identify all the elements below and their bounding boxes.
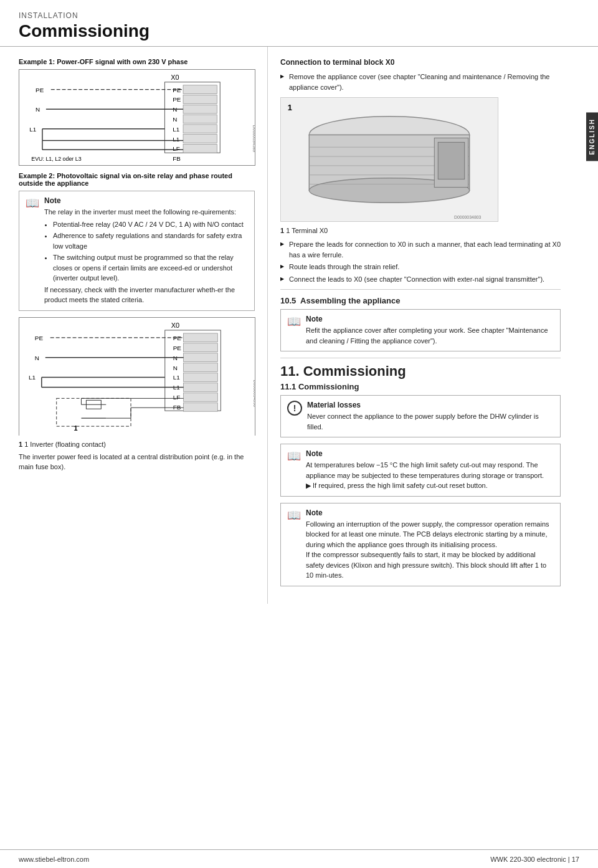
svg-rect-16 [183,144,217,153]
svg-rect-4 [183,85,217,94]
svg-rect-48 [184,403,218,411]
svg-rect-14 [183,135,217,143]
svg-text:X0: X0 [171,321,179,328]
note-content-1: Note The relay in the inverter must meet… [44,196,248,305]
page-header: INSTALLATION Commissioning [0,0,598,47]
installation-label: INSTALLATION [19,11,579,20]
note-temperature: 📖 Note At temperatures below −15 °C the … [280,444,561,497]
svg-text:LF: LF [173,394,181,401]
note-book-icon-temp: 📖 [287,449,301,463]
inverter-body: The inverter power feed is located at a … [19,452,255,472]
svg-text:L1: L1 [173,136,179,143]
svg-text:1: 1 [288,103,292,112]
svg-rect-46 [184,393,218,401]
svg-text:D0000034803: D0000034803 [454,215,482,219]
svg-rect-10 [183,115,217,123]
note-comp-title: Note [306,508,554,517]
svg-rect-40 [184,363,218,371]
svg-text:X0: X0 [171,74,179,81]
svg-text:N: N [173,116,177,123]
svg-rect-6 [183,95,217,103]
note-body-1: The relay in the inverter must meet the … [44,207,248,305]
prepare-bullets: Prepare the leads for connection to X0 i… [280,239,561,284]
terminal-caption: 1 1 Terminal X0 [280,227,561,234]
note-book-icon-assembling: 📖 [287,315,301,328]
inverter-number: 1 [19,441,22,448]
terminal-label: 1 Terminal X0 [286,227,328,234]
language-tab: ENGLISH [586,112,598,161]
svg-text:PE: PE [173,344,182,351]
page-footer: www.stiebel-eltron.com WWK 220-300 elect… [0,849,598,868]
svg-rect-38 [184,353,218,361]
warning-icon: ! [287,401,302,416]
svg-text:PE: PE [173,96,181,103]
svg-text:LF: LF [173,145,180,152]
left-column: Example 1: Power-OFF signal with own 230… [0,47,268,604]
example2-title: Example 2: Photovoltaic signal via on-si… [19,172,255,187]
prepare-bullet-2: Route leads through the strain relief. [280,262,561,272]
note-assembling-title: Note [306,315,554,323]
assembling-section-number: 10.5 Assembling the appliance [280,296,561,305]
right-column: Connection to terminal block X0 Remove t… [268,47,586,604]
footer-website: www.stiebel-eltron.com [19,856,89,863]
note-box-1: 📖 Note The relay in the inverter must me… [19,191,255,311]
example1-title: Example 1: Power-OFF signal with own 230… [19,58,255,65]
warning-content: Material losses Never connect the applia… [307,401,554,432]
note-temp-body: At temperatures below −15 °C the high li… [306,460,554,491]
commissioning-heading: 11. Commissioning [280,363,561,379]
note-compressor: 📖 Note Following an interruption of the … [280,503,561,586]
wiring-diagram-2: X0 PE PE N N L1 L1 LF [19,317,255,436]
note-temp-title: Note [306,449,554,458]
svg-text:L1: L1 [29,374,36,381]
inverter-caption: 1 1 Inverter (floating contact) [19,441,255,448]
wiring-diagram-1: X0 PE PE N N L1 L1 LF [19,69,255,166]
svg-rect-0 [20,70,254,165]
svg-text:FB: FB [173,155,181,162]
note-book-icon-1: 📖 [26,196,39,210]
svg-rect-36 [184,343,218,351]
svg-text:L1: L1 [173,126,179,133]
main-content: Example 1: Power-OFF signal with own 230… [0,47,598,604]
svg-text:L1: L1 [29,126,36,133]
commissioning-sub-heading: 11.1 Commissioning [280,382,561,391]
divider-1 [280,289,561,290]
svg-text:L1: L1 [173,374,181,381]
appliance-image: 1 D0000034803 [280,97,498,222]
note-assembling-content: Note Refit the appliance cover after com… [306,315,554,346]
svg-text:N: N [35,354,39,361]
svg-rect-42 [184,373,218,381]
page-title: Commissioning [19,21,579,41]
warning-text: Never connect the appliance to the power… [307,411,554,432]
prepare-bullet-3: Connect the leads to X0 (see chapter "Co… [280,274,561,285]
footer-product: WWK 220-300 electronic | 17 [490,856,579,863]
svg-text:PE: PE [35,334,44,341]
inverter-label: 1 Inverter (floating contact) [24,441,106,448]
svg-rect-8 [183,105,217,113]
svg-text:N: N [36,106,40,113]
warning-title: Material losses [307,401,554,409]
note-comp-content: Note Following an interruption of the po… [306,508,554,581]
connection-title: Connection to terminal block X0 [280,58,561,67]
svg-rect-44 [184,383,218,391]
note-book-icon-comp: 📖 [287,508,301,522]
connection-bullet-1: Remove the appliance cover (see chapter … [280,72,561,92]
svg-rect-34 [184,333,218,341]
svg-text:D0000034589: D0000034589 [252,125,255,152]
svg-rect-30 [19,318,255,436]
svg-text:EVU:  L1, L2 oder L3: EVU: L1, L2 oder L3 [31,156,81,162]
prepare-bullet-1: Prepare the leads for connection to X0 i… [280,239,561,260]
note-title-1: Note [44,196,248,205]
note-assembling: 📖 Note Refit the appliance cover after c… [280,309,561,351]
svg-text:PE: PE [36,87,44,93]
note-temp-content: Note At temperatures below −15 °C the hi… [306,449,554,491]
connection-bullets: Remove the appliance cover (see chapter … [280,72,561,92]
svg-text:1: 1 [74,424,78,432]
terminal-number: 1 [280,227,284,234]
note-comp-body: Following an interruption of the power s… [306,519,554,581]
svg-rect-12 [183,125,217,133]
svg-rect-78 [438,142,465,179]
divider-2 [280,358,561,358]
note-assembling-text: Refit the appliance cover after completi… [306,325,554,346]
svg-text:FB: FB [173,404,181,411]
svg-text:N: N [173,364,178,371]
